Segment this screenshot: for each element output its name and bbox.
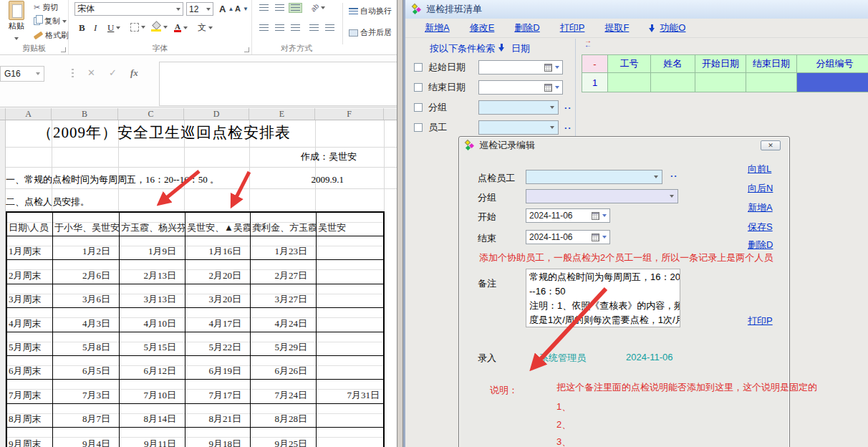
grid-header-name[interactable]: 姓名 (651, 55, 695, 73)
grid-row-number[interactable]: 1 (582, 73, 608, 92)
format-painter-button[interactable]: 格式刷 (32, 29, 70, 42)
date-cell[interactable]: 3月20日 (185, 284, 251, 307)
end-date-input[interactable] (478, 80, 563, 95)
end-date-checkbox[interactable] (414, 83, 423, 92)
font-name-select[interactable]: 宋体 (74, 2, 183, 16)
grid-cell-groupno-selected[interactable] (797, 73, 868, 92)
header-cell[interactable]: 吴世安 (317, 213, 383, 236)
group-checkbox[interactable] (414, 103, 423, 112)
select-all-corner[interactable] (0, 108, 6, 120)
bold-button[interactable]: B (77, 21, 87, 34)
start-date-checkbox[interactable] (414, 63, 423, 72)
date-cell[interactable] (317, 428, 383, 447)
save-link[interactable]: 保存S (748, 221, 773, 234)
cut-button[interactable]: ✂ 剪切 (32, 1, 59, 14)
prev-link[interactable]: 向前L (748, 163, 771, 176)
date-cell[interactable]: 3月27日 (251, 284, 317, 307)
grow-font-button[interactable]: A▲ (218, 3, 235, 15)
grid-cell-empno[interactable] (608, 73, 651, 92)
wrap-text-button[interactable]: 自动换行 (347, 5, 393, 17)
row-label-cell[interactable]: 9月周末 (7, 428, 53, 447)
swap-columns-icon[interactable]: →← (584, 39, 592, 47)
formula-input[interactable] (159, 62, 397, 106)
date-cell[interactable]: 8月7日 (53, 404, 120, 427)
column-header-g[interactable] (384, 108, 398, 120)
align-middle-button[interactable] (274, 4, 286, 12)
date-cell[interactable]: 8月21日 (185, 404, 251, 427)
align-top-button[interactable] (258, 4, 270, 12)
date-cell[interactable]: 5月15日 (120, 332, 185, 355)
delete-link[interactable]: 删除D (748, 239, 773, 251)
date-cell[interactable]: 8月28日 (251, 404, 317, 427)
sheet-note-1[interactable]: 一、常规的点检时间为每周周五，16：20--16：50 。 (6, 173, 219, 186)
grid-cell-enddate[interactable] (746, 73, 797, 92)
date-cell[interactable]: 2月13日 (120, 260, 185, 283)
sheet-note-2[interactable]: 二、点检人员安排。 (6, 196, 90, 208)
date-cell[interactable]: 9月11日 (120, 428, 185, 447)
align-bottom-button[interactable] (289, 4, 302, 12)
column-header-e[interactable]: E (249, 108, 315, 120)
date-cell[interactable]: 6月26日 (251, 356, 317, 379)
date-cell[interactable]: 6月12日 (120, 356, 185, 379)
row-label-cell[interactable]: 8月周末 (7, 404, 53, 427)
date-cell[interactable]: 9月4日 (53, 428, 120, 447)
row-label-cell[interactable]: 3月周末 (7, 284, 53, 307)
clipboard-dialog-launcher-icon[interactable] (61, 47, 66, 52)
employee-browse-button[interactable]: ·· (564, 122, 572, 133)
toolbar-add-link[interactable]: 新增A (425, 21, 450, 34)
name-box[interactable]: G16 (0, 66, 44, 82)
date-cell[interactable]: 1月2日 (53, 236, 120, 259)
date-cell[interactable] (317, 404, 383, 427)
copy-button[interactable]: 复制 (32, 15, 68, 27)
decrease-indent-button[interactable] (308, 24, 320, 32)
date-cell[interactable]: 4月3日 (53, 308, 120, 331)
italic-button[interactable]: I (92, 21, 98, 34)
end-date-field[interactable]: 2024-11-06 (526, 230, 610, 244)
date-cell[interactable]: 4月17日 (185, 308, 251, 331)
header-cell[interactable]: 日期\人员 (7, 213, 53, 236)
date-cell[interactable]: 4月10日 (120, 308, 185, 331)
start-date-field[interactable]: 2024-11-06 (526, 208, 610, 223)
date-caret-icon[interactable] (555, 86, 559, 89)
date-cell[interactable]: 6月5日 (53, 356, 120, 379)
column-header-f[interactable]: F (315, 108, 384, 120)
grid-header-groupno[interactable]: 分组编号 (797, 55, 868, 73)
cancel-entry-icon[interactable]: ✕ (87, 67, 95, 78)
date-caret-icon[interactable] (555, 66, 559, 69)
align-center-button[interactable] (274, 24, 286, 32)
enter-entry-icon[interactable]: ✓ (109, 67, 117, 78)
grid-header-startdate[interactable]: 开始日期 (695, 55, 746, 73)
date-cell[interactable]: 1月23日 (251, 236, 317, 259)
toolbar-edit-link[interactable]: 修改E (470, 21, 495, 34)
remark-textarea[interactable]: 常规的点检时间为每周周五，16：20 --16：50 注明：1、依照《查核表》的… (526, 269, 680, 327)
date-cell[interactable]: 9月25日 (251, 428, 317, 447)
date-cell[interactable]: 3月13日 (120, 284, 185, 307)
date-cell[interactable]: 7月10日 (120, 380, 185, 403)
underline-button[interactable]: U (106, 21, 122, 34)
grid-header-enddate[interactable]: 结束日期 (746, 55, 797, 73)
header-cell[interactable]: 于小华、吴世安 (53, 213, 120, 236)
sheet-author[interactable]: 作成：吴世安 (301, 150, 357, 163)
column-header-c[interactable]: C (118, 108, 184, 120)
shrink-font-button[interactable]: A▼ (233, 4, 250, 14)
date-cell[interactable]: 5月29日 (251, 332, 317, 355)
column-header-b[interactable]: B (52, 108, 118, 120)
date-cell[interactable] (317, 284, 383, 307)
date-cell[interactable] (317, 236, 383, 259)
date-cell[interactable] (317, 356, 383, 379)
next-link[interactable]: 向后N (748, 182, 773, 195)
date-cell[interactable]: 7月17日 (185, 380, 251, 403)
grid-header-marker[interactable]: - (582, 55, 608, 73)
font-size-select[interactable]: 12 (186, 2, 213, 16)
column-header-d[interactable]: D (184, 108, 249, 120)
employee-checkbox[interactable] (414, 123, 423, 132)
increase-indent-button[interactable] (324, 24, 336, 32)
align-left-button[interactable] (258, 24, 270, 32)
grid-cell-name[interactable] (651, 73, 695, 92)
header-cell[interactable]: 方玉霞、杨兴芬 (120, 213, 185, 236)
date-cell[interactable]: 7月3日 (53, 380, 120, 403)
toolbar-print-link[interactable]: 打印P (560, 21, 585, 34)
header-cell[interactable]: 吴世安、▲吴霞 (185, 213, 251, 236)
row-label-cell[interactable]: 5月周末 (7, 332, 53, 355)
orientation-button[interactable]: ab (309, 3, 327, 12)
